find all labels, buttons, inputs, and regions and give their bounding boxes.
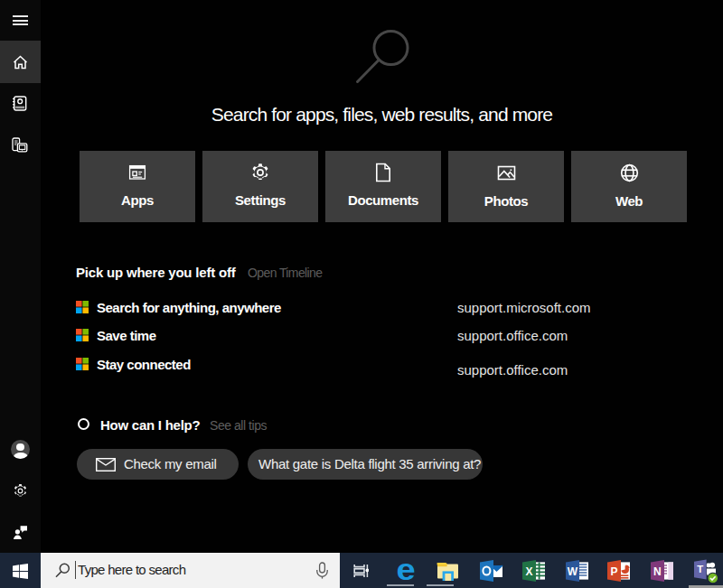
svg-text:P: P (610, 565, 617, 578)
svg-text:N: N (653, 565, 662, 578)
svg-text:T: T (697, 564, 703, 574)
svg-text:X: X (525, 565, 532, 578)
svg-text:W: W (568, 565, 578, 578)
